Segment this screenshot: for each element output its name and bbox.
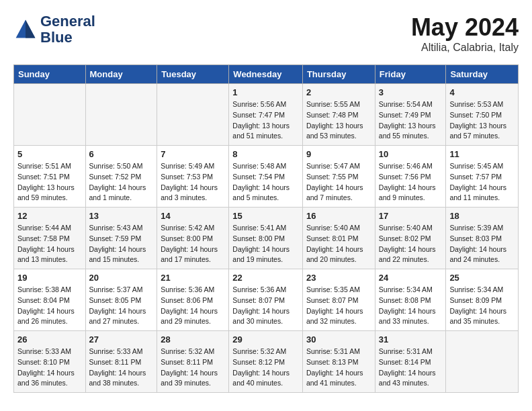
calendar-week-row: 26Sunrise: 5:33 AM Sunset: 8:10 PM Dayli… — [14, 331, 519, 393]
day-info: Sunrise: 5:40 AM Sunset: 8:01 PM Dayligh… — [306, 223, 371, 265]
calendar-day-cell — [446, 331, 519, 393]
day-info: Sunrise: 5:47 AM Sunset: 7:55 PM Dayligh… — [306, 161, 371, 203]
day-info: Sunrise: 5:39 AM Sunset: 8:03 PM Dayligh… — [449, 223, 515, 265]
calendar-day-cell: 5Sunrise: 5:51 AM Sunset: 7:51 PM Daylig… — [14, 146, 86, 208]
calendar-day-cell: 9Sunrise: 5:47 AM Sunset: 7:55 PM Daylig… — [302, 146, 375, 208]
calendar-day-cell — [85, 84, 157, 146]
day-number: 23 — [306, 273, 371, 283]
day-info: Sunrise: 5:34 AM Sunset: 8:09 PM Dayligh… — [449, 285, 515, 327]
location-title: Altilia, Calabria, Italy — [411, 42, 519, 54]
calendar-day-cell: 23Sunrise: 5:35 AM Sunset: 8:07 PM Dayli… — [302, 269, 375, 331]
calendar-week-row: 12Sunrise: 5:44 AM Sunset: 7:58 PM Dayli… — [14, 208, 519, 269]
calendar-day-cell — [14, 84, 86, 146]
calendar-header: SundayMondayTuesdayWednesdayThursdayFrid… — [14, 65, 519, 84]
day-info: Sunrise: 5:33 AM Sunset: 8:10 PM Dayligh… — [17, 347, 82, 389]
day-number: 22 — [232, 273, 299, 283]
calendar-day-cell: 14Sunrise: 5:42 AM Sunset: 8:00 PM Dayli… — [157, 208, 229, 269]
day-info: Sunrise: 5:55 AM Sunset: 7:48 PM Dayligh… — [306, 99, 371, 142]
day-number: 28 — [161, 334, 225, 345]
weekday-header: Thursday — [302, 65, 375, 84]
weekday-header: Monday — [85, 65, 157, 84]
calendar-day-cell: 11Sunrise: 5:45 AM Sunset: 7:57 PM Dayli… — [446, 146, 519, 208]
day-info: Sunrise: 5:32 AM Sunset: 8:12 PM Dayligh… — [232, 347, 299, 389]
day-number: 18 — [449, 211, 515, 221]
day-info: Sunrise: 5:37 AM Sunset: 8:05 PM Dayligh… — [89, 285, 154, 327]
day-number: 8 — [232, 149, 299, 159]
day-number: 30 — [306, 334, 371, 345]
calendar-day-cell: 3Sunrise: 5:54 AM Sunset: 7:49 PM Daylig… — [375, 84, 446, 146]
day-number: 1 — [232, 87, 299, 97]
month-title: May 2024 — [411, 13, 519, 42]
day-info: Sunrise: 5:33 AM Sunset: 8:11 PM Dayligh… — [89, 347, 154, 389]
day-number: 10 — [379, 149, 443, 159]
day-info: Sunrise: 5:40 AM Sunset: 8:02 PM Dayligh… — [379, 223, 443, 265]
logo: General Blue — [13, 13, 95, 46]
day-info: Sunrise: 5:32 AM Sunset: 8:11 PM Dayligh… — [161, 347, 225, 389]
calendar-day-cell: 6Sunrise: 5:50 AM Sunset: 7:52 PM Daylig… — [85, 146, 157, 208]
calendar-day-cell: 15Sunrise: 5:41 AM Sunset: 8:00 PM Dayli… — [229, 208, 303, 269]
calendar-day-cell: 7Sunrise: 5:49 AM Sunset: 7:53 PM Daylig… — [157, 146, 229, 208]
day-number: 21 — [161, 273, 225, 283]
day-info: Sunrise: 5:43 AM Sunset: 7:59 PM Dayligh… — [89, 223, 154, 265]
day-number: 24 — [379, 273, 443, 283]
calendar-day-cell: 13Sunrise: 5:43 AM Sunset: 7:59 PM Dayli… — [85, 208, 157, 269]
day-number: 31 — [379, 334, 443, 345]
calendar-week-row: 19Sunrise: 5:38 AM Sunset: 8:04 PM Dayli… — [14, 269, 519, 331]
day-number: 15 — [232, 211, 299, 221]
day-info: Sunrise: 5:42 AM Sunset: 8:00 PM Dayligh… — [161, 223, 225, 265]
day-number: 14 — [161, 211, 225, 221]
weekday-header: Tuesday — [157, 65, 229, 84]
calendar-day-cell: 19Sunrise: 5:38 AM Sunset: 8:04 PM Dayli… — [14, 269, 86, 331]
day-number: 3 — [379, 87, 443, 97]
day-number: 12 — [17, 211, 82, 221]
day-info: Sunrise: 5:38 AM Sunset: 8:04 PM Dayligh… — [17, 285, 82, 327]
day-number: 16 — [306, 211, 371, 221]
calendar-day-cell: 25Sunrise: 5:34 AM Sunset: 8:09 PM Dayli… — [446, 269, 519, 331]
day-info: Sunrise: 5:51 AM Sunset: 7:51 PM Dayligh… — [17, 161, 82, 203]
weekday-header: Saturday — [446, 65, 519, 84]
day-number: 9 — [306, 149, 371, 159]
calendar-day-cell: 20Sunrise: 5:37 AM Sunset: 8:05 PM Dayli… — [85, 269, 157, 331]
calendar-day-cell: 21Sunrise: 5:36 AM Sunset: 8:06 PM Dayli… — [157, 269, 229, 331]
day-info: Sunrise: 5:44 AM Sunset: 7:58 PM Dayligh… — [17, 223, 82, 265]
calendar-body: 1Sunrise: 5:56 AM Sunset: 7:47 PM Daylig… — [14, 84, 519, 393]
logo-icon — [13, 17, 38, 42]
calendar-day-cell: 24Sunrise: 5:34 AM Sunset: 8:08 PM Dayli… — [375, 269, 446, 331]
day-number: 25 — [449, 273, 515, 283]
day-info: Sunrise: 5:53 AM Sunset: 7:50 PM Dayligh… — [449, 99, 515, 142]
day-number: 2 — [306, 87, 371, 97]
calendar-day-cell: 18Sunrise: 5:39 AM Sunset: 8:03 PM Dayli… — [446, 208, 519, 269]
calendar-day-cell: 8Sunrise: 5:48 AM Sunset: 7:54 PM Daylig… — [229, 146, 303, 208]
day-number: 6 — [89, 149, 154, 159]
calendar-week-row: 1Sunrise: 5:56 AM Sunset: 7:47 PM Daylig… — [14, 84, 519, 146]
title-block: May 2024 Altilia, Calabria, Italy — [411, 13, 519, 54]
day-info: Sunrise: 5:45 AM Sunset: 7:57 PM Dayligh… — [449, 161, 515, 203]
day-info: Sunrise: 5:56 AM Sunset: 7:47 PM Dayligh… — [232, 99, 299, 142]
day-info: Sunrise: 5:31 AM Sunset: 8:13 PM Dayligh… — [306, 347, 371, 389]
calendar-day-cell: 26Sunrise: 5:33 AM Sunset: 8:10 PM Dayli… — [14, 331, 86, 393]
weekday-header: Friday — [375, 65, 446, 84]
day-info: Sunrise: 5:54 AM Sunset: 7:49 PM Dayligh… — [379, 99, 443, 142]
day-info: Sunrise: 5:50 AM Sunset: 7:52 PM Dayligh… — [89, 161, 154, 203]
weekday-header: Sunday — [14, 65, 86, 84]
calendar-day-cell: 17Sunrise: 5:40 AM Sunset: 8:02 PM Dayli… — [375, 208, 446, 269]
day-info: Sunrise: 5:35 AM Sunset: 8:07 PM Dayligh… — [306, 285, 371, 327]
day-number: 17 — [379, 211, 443, 221]
day-info: Sunrise: 5:34 AM Sunset: 8:08 PM Dayligh… — [379, 285, 443, 327]
calendar-day-cell: 10Sunrise: 5:46 AM Sunset: 7:56 PM Dayli… — [375, 146, 446, 208]
calendar-day-cell — [157, 84, 229, 146]
weekday-header: Wednesday — [229, 65, 303, 84]
calendar-day-cell: 29Sunrise: 5:32 AM Sunset: 8:12 PM Dayli… — [229, 331, 303, 393]
day-number: 4 — [449, 87, 515, 97]
day-number: 20 — [89, 273, 154, 283]
calendar-day-cell: 27Sunrise: 5:33 AM Sunset: 8:11 PM Dayli… — [85, 331, 157, 393]
day-number: 5 — [17, 149, 82, 159]
day-info: Sunrise: 5:48 AM Sunset: 7:54 PM Dayligh… — [232, 161, 299, 203]
logo-text: General Blue — [40, 13, 95, 46]
logo-line1: General — [40, 13, 95, 30]
svg-marker-1 — [26, 20, 35, 38]
day-number: 7 — [161, 149, 225, 159]
day-number: 27 — [89, 334, 154, 345]
calendar-day-cell: 12Sunrise: 5:44 AM Sunset: 7:58 PM Dayli… — [14, 208, 86, 269]
calendar-day-cell: 16Sunrise: 5:40 AM Sunset: 8:01 PM Dayli… — [302, 208, 375, 269]
